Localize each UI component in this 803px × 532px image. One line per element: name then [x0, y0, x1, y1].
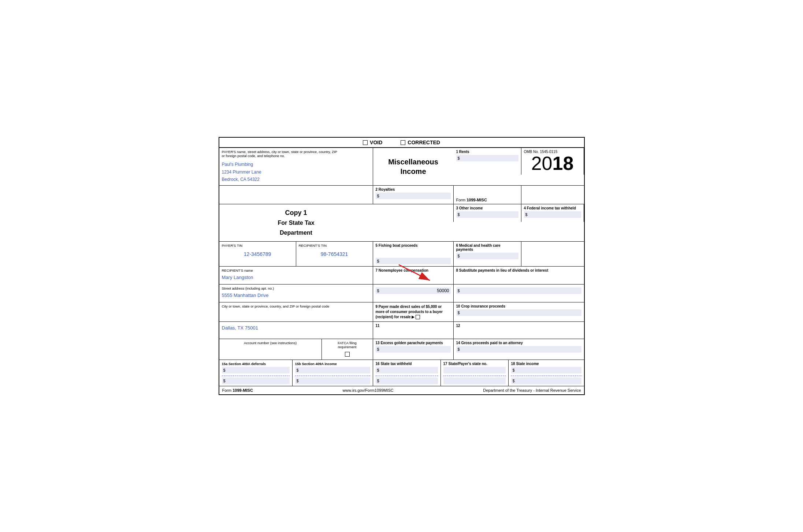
- box6-label: 6 Medical and health care payments: [456, 243, 518, 252]
- box12: 12: [454, 322, 584, 339]
- box13-excess: 13 Excess golden parachute payments $: [373, 339, 454, 360]
- dollar: $: [297, 379, 299, 383]
- copy-cont2: [521, 242, 584, 266]
- payer-info: PAYER'S name, street address, city or to…: [219, 148, 373, 185]
- svg-line-1: [399, 265, 430, 280]
- dollar: $: [458, 347, 460, 351]
- year-big: 2018: [524, 154, 581, 173]
- box17-label: 17 State/Payer's state no.: [443, 362, 506, 366]
- box2-field: $: [376, 193, 451, 199]
- box5-field: $: [376, 258, 451, 264]
- box6-field: $: [456, 253, 518, 259]
- box5-fishing: 5 Fishing boat proceeds $: [373, 242, 454, 266]
- box3-field: $: [456, 211, 518, 218]
- dollar: $: [458, 310, 460, 315]
- dollar: $: [223, 368, 226, 372]
- payer-cont: [219, 186, 373, 204]
- row-d: PAYER'S TIN 12-3456789 RECIPIENT'S TIN 9…: [219, 242, 584, 267]
- city-value: Dallas, TX 75001: [222, 324, 370, 332]
- box9-checkbox[interactable]: [416, 315, 420, 319]
- dollar: $: [458, 289, 460, 293]
- misc-income-label: MiscellaneousIncome: [373, 148, 454, 185]
- box15a-field: $: [222, 367, 290, 373]
- box8-label: 8 Substitute payments in lieu of dividen…: [456, 268, 581, 272]
- box7-nonemployee: 7 Nonemployee compensation: [373, 267, 454, 284]
- street-label: Street address (including apt. no.): [222, 286, 370, 290]
- row-b: 2 Royalties $ Form 1099-MISC: [219, 186, 584, 204]
- recipient-tin-value: 98-7654321: [299, 248, 370, 261]
- box10-crop: 10 Crop insurance proceeds $: [454, 302, 584, 321]
- box12-label: 12: [456, 324, 581, 328]
- dollar: $: [377, 259, 379, 263]
- dollar: $: [377, 194, 379, 198]
- dollar: $: [513, 379, 515, 383]
- footer-website: www.irs.gov/Form1099MISC: [342, 388, 393, 393]
- street-section: Street address (including apt. no.) 5555…: [219, 284, 373, 302]
- corrected-checkbox[interactable]: [401, 140, 405, 145]
- recipient-name-label: RECIPIENT'S name: [222, 268, 370, 272]
- dollar: $: [513, 368, 515, 372]
- recipient-name-section: RECIPIENT'S name Mary Langston: [219, 267, 373, 284]
- recipient-name-value: Mary Langston: [222, 272, 370, 282]
- payer-cont2: [373, 204, 454, 222]
- dollar: $: [458, 156, 460, 160]
- box7-value-cell: $ 50000: [373, 284, 454, 302]
- copy1-section: Copy 1For State TaxDepartment: [219, 204, 373, 241]
- box3-label: 3 Other income: [456, 206, 518, 210]
- void-label: VOID: [370, 139, 382, 145]
- row-g: City or town, state or province, country…: [219, 302, 584, 322]
- dollar: $: [458, 254, 460, 258]
- corrected-label: CORRECTED: [408, 139, 440, 145]
- box1-field: $: [456, 155, 518, 161]
- box15b-field2: $: [295, 377, 370, 384]
- dollar: $: [377, 379, 379, 383]
- box8-substitute: 8 Substitute payments in lieu of dividen…: [454, 267, 584, 284]
- box16-field: $: [376, 367, 438, 373]
- box15a: 15a Section 409A deferrals $ $: [219, 360, 293, 386]
- dollar: $: [377, 368, 379, 372]
- misc-income-cont: [521, 186, 584, 204]
- box11: 11: [373, 322, 454, 339]
- dollar: $: [297, 368, 299, 372]
- dollar: $: [377, 347, 379, 351]
- payer-name: Paul's Plumbing1234 Plummer LaneBedrock,…: [222, 161, 370, 183]
- city-value-section: Dallas, TX 75001: [219, 322, 373, 339]
- box15b-field: $: [295, 367, 370, 373]
- void-checkbox[interactable]: [363, 140, 368, 145]
- box14-label: 14 Gross proceeds paid to an attorney: [456, 341, 581, 345]
- recipient-tin-label: RECIPIENT'S TIN: [299, 243, 370, 248]
- box18: 18 State income $ $: [509, 360, 584, 386]
- box15a-label: 15a Section 409A deferrals: [222, 362, 290, 366]
- box16-label: 16 State tax withheld: [376, 362, 438, 366]
- box4-federal: 4 Federal income tax withheld $: [521, 204, 584, 222]
- fatca-checkbox[interactable]: [345, 352, 350, 357]
- box17: 17 State/Payer's state no.: [441, 360, 509, 386]
- row-h: Dallas, TX 75001 11 12: [219, 322, 584, 339]
- row-f: Street address (including apt. no.) 5555…: [219, 284, 584, 302]
- box2-label: 2 Royalties: [376, 187, 451, 191]
- city-label-section: City or town, state or province, country…: [219, 302, 373, 321]
- box6-medical: 6 Medical and health care payments $: [454, 242, 521, 266]
- city-label: City or town, state or province, country…: [222, 304, 370, 308]
- row-a: PAYER'S name, street address, city or to…: [219, 148, 584, 185]
- account-number: Account number (see instructions): [219, 339, 322, 360]
- dollar: $: [223, 379, 226, 383]
- footer: Form 1099-MISC www.irs.gov/Form1099MISC …: [219, 386, 584, 394]
- box16-field2: $: [376, 377, 438, 384]
- box8-field: $: [456, 287, 581, 294]
- form-1099-misc: VOID CORRECTED PAYER'S name, street addr…: [219, 137, 585, 395]
- box7-value: 50000: [379, 288, 449, 293]
- box2-royalties: 2 Royalties $: [373, 186, 454, 204]
- box1-rents: 1 Rents $: [454, 148, 521, 175]
- form-label: Form 1099-MISC: [456, 198, 487, 202]
- payer-label: PAYER'S name, street address, city or to…: [222, 150, 370, 158]
- box5-label: 5 Fishing boat proceeds: [376, 243, 451, 248]
- dollar: $: [458, 212, 460, 217]
- box4-field: $: [524, 211, 581, 218]
- box15a-field2: $: [222, 377, 290, 384]
- box1-label: 1 Rents: [456, 150, 518, 154]
- copy1-text: Copy 1For State TaxDepartment: [278, 208, 314, 238]
- box9-label: 9 Payer made direct sales of $5,000 or m…: [376, 304, 451, 320]
- footer-dept: Department of the Treasury - Internal Re…: [483, 388, 581, 393]
- dollar: $: [525, 212, 528, 217]
